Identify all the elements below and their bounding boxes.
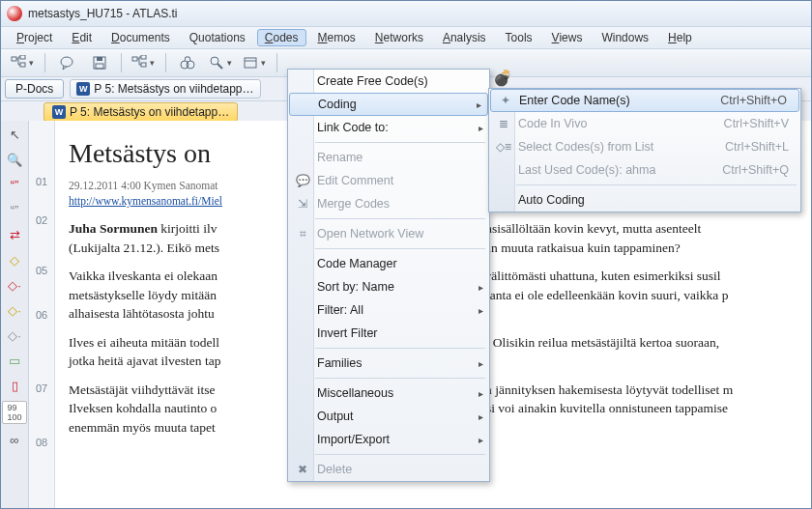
menu-analysis[interactable]: Analysis [435,29,494,46]
svg-point-3 [61,57,72,67]
app-logo [7,6,22,21]
doc-url[interactable]: http://www.kymensanomat.fi/Miel [69,195,222,207]
mi-code-in-vivo: ≣ Code In Vivo Ctrl+Shift+V [489,112,800,135]
svg-rect-7 [132,57,137,61]
mi-filter[interactable]: Filter: All▸ [288,298,489,322]
mi-miscellaneous[interactable]: Miscellaneous▸ [288,382,489,405]
lt-bracket-icon[interactable]: ▯ [5,376,24,395]
menu-memos[interactable]: Memos [310,29,363,46]
menu-quotations[interactable]: Quotations [182,29,253,46]
menubar: Project Edit Documents Quotations Codes … [1,27,811,49]
svg-point-12 [211,57,218,65]
lt-zoom-icon[interactable]: 🔍 [5,150,24,169]
lt-pointer-icon[interactable]: ↖ [5,125,24,144]
mi-coding[interactable]: Coding▸ [289,93,488,116]
svg-rect-13 [245,58,256,68]
left-toolstrip: ↖ 🔍 “” “” ⇄ ◇ ◇· ◇· ◇· ▭ ▯ 99100 ∞ [1,121,29,508]
lt-link-icon[interactable]: ∞ [5,430,24,449]
svg-rect-2 [20,63,25,67]
pdocs-button[interactable]: P-Docs [5,79,64,99]
menu-edit[interactable]: Edit [64,29,100,46]
merge-icon: ⇲ [294,197,311,211]
mi-sort-by[interactable]: Sort by: Name▸ [288,275,489,298]
line-gutter: 01 02 05 06 07 08 [29,121,55,508]
titlebar: metsastys_HU715 - ATLAS.ti [1,1,811,27]
mi-create-free-code[interactable]: Create Free Code(s) [288,70,489,93]
menu-project[interactable]: Project [9,29,60,46]
mi-merge-codes: ⇲Merge Codes [288,192,489,215]
tb-comment[interactable] [51,51,82,74]
lt-arrows-icon[interactable]: ⇄ [5,225,24,244]
mi-last-used-codes: Last Used Code(s): ahma Ctrl+Shift+Q [489,158,800,182]
mi-output[interactable]: Output▸ [288,405,489,428]
mi-rename: Rename [288,146,489,169]
mi-link-code-to[interactable]: Link Code to:▸ [288,116,489,139]
coding-submenu: 💣 ✦ Enter Code Name(s) Ctrl+Shift+O ≣ Co… [488,88,801,212]
menu-codes[interactable]: Codes [257,29,306,46]
sparkle-icon: ✦ [497,94,514,107]
mi-enter-code-names[interactable]: ✦ Enter Code Name(s) Ctrl+Shift+O [490,89,799,112]
tb-binoculars[interactable] [172,51,203,74]
tb-save[interactable] [84,51,115,74]
svg-rect-8 [141,55,146,59]
doc-tab-1[interactable]: W P 5: Metsästys on viihdetapp… [70,79,260,99]
doc-tab-label: P 5: Metsästys on viihdetapp… [94,82,253,96]
delete-icon: ✖ [294,463,311,476]
lt-99-icon[interactable]: 99100 [2,401,27,424]
mi-families[interactable]: Families▸ [288,352,489,375]
word-icon: W [52,105,66,119]
lt-memo-icon[interactable]: ▭ [5,351,24,370]
mi-open-network-view: ⌗Open Network View [288,222,489,245]
mi-invert-filter[interactable]: Invert Filter [288,322,489,345]
tb-tree2[interactable]: ▾ [128,51,160,74]
mi-auto-coding[interactable]: Auto Coding [489,188,800,212]
mi-edit-comment: 💬Edit Comment [288,169,489,192]
vivo-icon: ≣ [495,117,512,130]
network-icon: ⌗ [294,227,311,240]
word-icon: W [76,82,90,96]
lt-code-yellow-icon[interactable]: ◇ [5,250,24,269]
lt-code-red-icon[interactable]: ◇· [5,275,24,295]
lt-code-yellow2-icon[interactable]: ◇· [5,300,24,320]
comment-icon: 💬 [294,174,311,187]
tb-tree[interactable]: ▾ [7,51,39,74]
svg-point-11 [187,61,194,69]
tb-search[interactable]: ▾ [205,51,237,74]
active-doc-tab[interactable]: W P 5: Metsästys on viihdetapp… [44,102,238,122]
svg-rect-9 [141,63,146,67]
bomb-icon: 💣 [493,69,512,87]
mi-delete: ✖Delete [288,458,489,481]
window-title: metsastys_HU715 - ATLAS.ti [28,7,178,20]
mi-import-export[interactable]: Import/Export▸ [288,428,489,451]
svg-rect-5 [97,57,102,61]
list-icon: ◇≡ [495,140,512,154]
menu-help[interactable]: Help [660,29,700,46]
codes-dropdown: Create Free Code(s) Coding▸ Link Code to… [287,69,490,482]
lt-quotes-red-icon[interactable]: “” [5,175,24,194]
svg-rect-6 [96,64,103,69]
mi-code-manager[interactable]: Code Manager [288,252,489,275]
menu-documents[interactable]: Documents [103,29,178,46]
menu-tools[interactable]: Tools [498,29,540,46]
svg-rect-1 [20,55,25,59]
mi-select-codes-from-list: ◇≡ Select Codes(s) from List Ctrl+Shift+… [489,135,800,158]
menu-windows[interactable]: Windows [594,29,656,46]
menu-views[interactable]: Views [544,29,591,46]
svg-rect-0 [12,57,16,61]
active-doc-label: P 5: Metsästys on viihdetapp… [70,105,229,119]
lt-quotes-icon[interactable]: “” [5,200,24,219]
lt-code-gray-icon[interactable]: ◇· [5,325,24,345]
tb-filter[interactable]: ▾ [239,51,271,74]
menu-networks[interactable]: Networks [367,29,431,46]
